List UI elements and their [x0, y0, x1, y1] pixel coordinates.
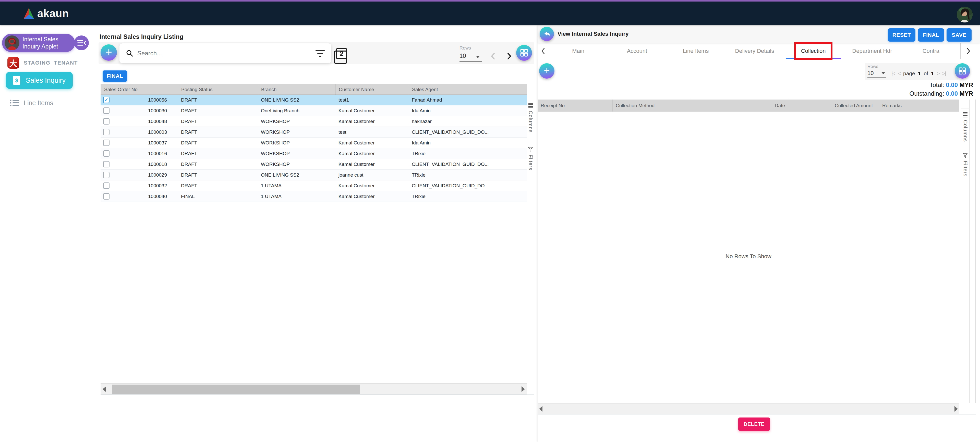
sales-order-no-value: 1000040	[148, 191, 167, 202]
scroll-right-arrow[interactable]	[522, 386, 525, 392]
tenant-name: STAGING_TENANT	[24, 60, 78, 66]
tab-department-hdr[interactable]: Department Hdr	[843, 43, 901, 59]
sidebar-item-line-items[interactable]: Line Items	[0, 97, 83, 109]
sales-order-no-value: 1000056	[148, 95, 167, 105]
column-header-branch[interactable]: Branch	[258, 84, 336, 95]
column-header-sales-agent[interactable]: Sales Agent	[409, 84, 527, 95]
filters-tool-button[interactable]: Filters	[961, 149, 969, 187]
column-header-collected-amount[interactable]: Collected Amount	[789, 100, 877, 111]
tab-label: Department Hdr	[852, 48, 892, 54]
column-header-customer-name[interactable]: Customer Name	[336, 84, 409, 95]
row-checkbox[interactable]	[103, 107, 110, 114]
final-button[interactable]: FINAL	[918, 28, 944, 41]
tab-delivery-details[interactable]: Delivery Details	[725, 43, 784, 59]
listing-horizontal-scrollbar[interactable]	[100, 383, 527, 394]
duplicate-view-icon[interactable]: 2	[336, 48, 347, 59]
applet-badge[interactable]: Internal Sales Inquiry Applet	[2, 34, 75, 52]
scroll-left-arrow[interactable]	[539, 406, 542, 412]
cell-sales-agent: CLIENT_VALIDATION_GUID_DO...	[409, 180, 527, 191]
cell-customer-name: test1	[336, 95, 409, 105]
row-checkbox[interactable]	[103, 118, 110, 124]
tab-line-items[interactable]: Line Items	[667, 43, 725, 59]
cell-branch: 1 UTAMA	[258, 191, 336, 202]
scroll-left-arrow[interactable]	[103, 386, 106, 392]
first-page-button[interactable]: |<	[891, 70, 895, 76]
sidebar-item-sales-inquiry[interactable]: $ Sales Inquiry	[6, 72, 73, 89]
menu-collapse-icon	[77, 39, 86, 47]
tabs-scroll-left-button[interactable]	[538, 43, 549, 59]
filters-tool-button[interactable]: Filters	[527, 143, 534, 183]
row-checkbox[interactable]	[103, 129, 110, 135]
user-avatar[interactable]	[957, 6, 973, 22]
chevron-right-icon	[505, 52, 513, 60]
table-row[interactable]: 1000056DRAFTONE LIVING SS2test1Fahad Ahm…	[100, 95, 527, 105]
grid-view-button[interactable]	[955, 63, 970, 79]
brand-logo[interactable]: akaun	[24, 7, 69, 20]
row-checkbox[interactable]	[103, 140, 110, 146]
table-row[interactable]: 1000037DRAFTWORKSHOPKamal CustomerIda Am…	[100, 138, 527, 148]
cell-sales-agent: CLIENT_VALIDATION_GUID_DO...	[409, 159, 527, 169]
cell-customer-name: joanne cust	[336, 170, 409, 180]
cell-posting-status: FINAL	[178, 191, 258, 202]
column-header-sales-order-no[interactable]: Sales Order No	[100, 84, 178, 95]
columns-tool-button[interactable]: Columns	[527, 99, 534, 143]
reset-button[interactable]: RESET	[888, 28, 915, 41]
add-collection-button[interactable]: +	[539, 63, 554, 79]
column-header-collection-method[interactable]: Collection Method	[612, 100, 691, 111]
scrollbar-thumb[interactable]	[112, 385, 360, 394]
tenant-row[interactable]: 大 STAGING_TENANT	[0, 57, 83, 68]
table-row[interactable]: 1000018DRAFTWORKSHOPKamal CustomerCLIENT…	[100, 159, 527, 170]
next-page-button[interactable]: >	[937, 70, 939, 76]
table-row[interactable]: 1000030DRAFTOneLiving BranchKamal Custom…	[100, 105, 527, 116]
table-row[interactable]: 1000029DRAFTONE LIVING SS2joanne custTRi…	[100, 170, 527, 180]
columns-tool-button[interactable]: Columns	[961, 108, 969, 149]
column-header-receipt-no[interactable]: Receipt No.	[538, 100, 612, 111]
final-filter-button[interactable]: FINAL	[103, 70, 127, 82]
cell-customer-name: test	[336, 127, 409, 137]
sales-document-icon: $	[13, 76, 20, 85]
previous-page-button[interactable]: <	[898, 70, 900, 76]
tab-contra[interactable]: Contra	[902, 43, 960, 59]
row-checkbox[interactable]	[103, 193, 110, 200]
chevron-right-icon	[965, 47, 972, 55]
sidebar-collapse-button[interactable]	[74, 35, 89, 50]
column-header-remarks[interactable]: Remarks	[877, 100, 959, 111]
scroll-right-arrow[interactable]	[955, 406, 958, 412]
cell-sales-order-no: 1000003	[100, 127, 178, 137]
search-filter-icon[interactable]	[315, 50, 325, 57]
search-input[interactable]	[137, 49, 315, 57]
last-page-button[interactable]: >|	[942, 70, 946, 76]
grid-view-button[interactable]	[516, 45, 532, 61]
column-header-date[interactable]: Date	[691, 100, 789, 111]
tab-account[interactable]: Account	[608, 43, 666, 59]
cell-branch: ONE LIVING SS2	[258, 170, 336, 180]
table-row[interactable]: 1000048DRAFTWORKSHOPKamal Customerhaknaz…	[100, 116, 527, 127]
row-checkbox[interactable]	[103, 172, 110, 178]
list-icon	[10, 99, 19, 107]
table-row[interactable]: 1000040FINAL1 UTAMAKamal CustomerTRixie	[100, 191, 527, 202]
row-checkbox[interactable]	[103, 150, 110, 157]
save-button[interactable]: SAVE	[947, 28, 972, 41]
row-checkbox[interactable]	[103, 161, 110, 167]
detail-horizontal-scrollbar[interactable]	[538, 403, 959, 414]
tab-main[interactable]: Main	[549, 43, 608, 59]
tabs-scroll-right-button[interactable]	[960, 43, 976, 59]
cell-branch: WORKSHOP	[258, 159, 336, 169]
back-button[interactable]	[540, 27, 554, 41]
table-row[interactable]: 1000032DRAFT1 UTAMAKamal CustomerCLIENT_…	[100, 180, 527, 191]
add-record-button[interactable]: +	[100, 45, 117, 61]
cell-branch: 1 UTAMA	[258, 180, 336, 191]
table-row[interactable]: 1000003DRAFTWORKSHOPtestCLIENT_VALIDATIO…	[100, 127, 527, 138]
previous-page-button[interactable]	[489, 52, 497, 61]
column-header-posting-status[interactable]: Posting Status	[178, 84, 258, 95]
detail-vertical-scrollbar[interactable]	[970, 100, 976, 403]
next-page-button[interactable]	[505, 52, 513, 61]
row-checkbox[interactable]	[103, 183, 110, 189]
tab-collection[interactable]: Collection	[784, 43, 843, 59]
delete-button[interactable]: DELETE	[738, 418, 770, 431]
columns-tool-label: Columns	[963, 120, 968, 142]
row-checkbox[interactable]	[103, 97, 110, 103]
table-row[interactable]: 1000016DRAFTWORKSHOPKamal CustomerTRixie	[100, 148, 527, 159]
detail-side-toolbar: Columns Filters	[961, 100, 969, 403]
avatar-portrait-icon	[957, 6, 973, 22]
